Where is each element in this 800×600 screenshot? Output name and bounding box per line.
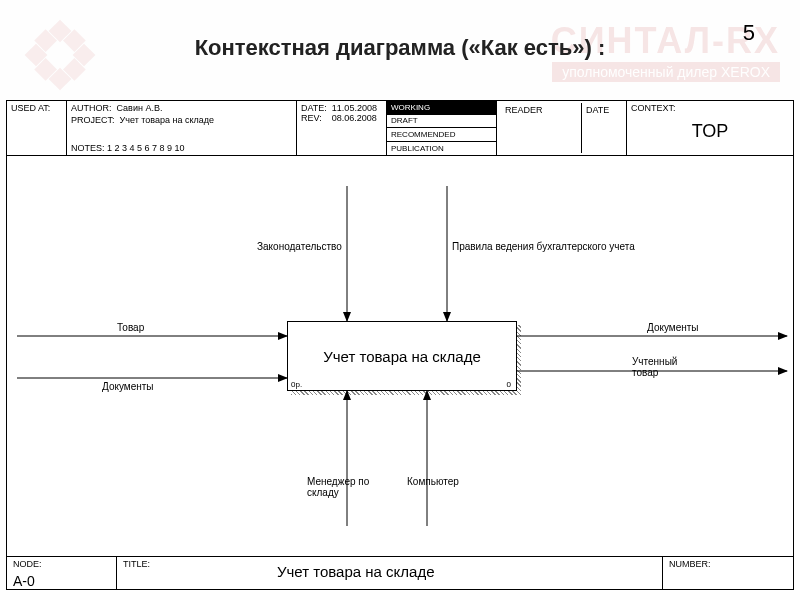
cell-reader: READER DATE bbox=[497, 101, 627, 155]
output-top-label: Документы bbox=[647, 322, 699, 333]
output-bottom-label: Учтенный товар bbox=[632, 356, 702, 378]
input-bottom-label: Документы bbox=[102, 381, 154, 392]
input-top-label: Товар bbox=[117, 322, 144, 333]
svg-rect-1 bbox=[49, 68, 72, 91]
cell-used-at: USED AT: bbox=[7, 101, 67, 155]
svg-rect-6 bbox=[34, 58, 57, 81]
header-row: USED AT: AUTHOR: Савин А.В. PROJECT: Уче… bbox=[7, 101, 793, 156]
control-right-label: Правила ведения бухгалтерского учета bbox=[452, 241, 702, 252]
cell-node: NODE: A-0 bbox=[7, 557, 117, 590]
mechanism-left-label: Менеджер по складу bbox=[307, 476, 377, 498]
cell-status: WORKING DRAFT RECOMMENDED PUBLICATION bbox=[387, 101, 497, 155]
svg-rect-7 bbox=[63, 58, 86, 81]
cell-context: CONTEXT: TOP bbox=[627, 101, 793, 155]
diagram-area: Учет товара на складе 0р. 0 Товар Докуме… bbox=[7, 156, 793, 556]
cell-title: TITLE: Учет товара на складе bbox=[117, 557, 663, 590]
cell-author: AUTHOR: Савин А.В. PROJECT: Учет товара … bbox=[67, 101, 297, 155]
cell-date: DATE: 11.05.2008 REV: 08.06.2008 bbox=[297, 101, 387, 155]
mechanism-right-label: Компьютер bbox=[407, 476, 459, 487]
cell-number: NUMBER: bbox=[663, 557, 793, 590]
watermark-sub: уполномоченный дилер XEROX bbox=[552, 62, 780, 82]
diagram-frame: USED AT: AUTHOR: Савин А.В. PROJECT: Уче… bbox=[6, 100, 794, 590]
context-box: Учет товара на складе 0р. 0 bbox=[287, 321, 517, 391]
page-title: Контекстная диаграмма («Как есть») : bbox=[0, 35, 800, 61]
footer-row: NODE: A-0 TITLE: Учет товара на складе N… bbox=[7, 556, 793, 590]
control-left-label: Законодательство bbox=[257, 241, 342, 252]
